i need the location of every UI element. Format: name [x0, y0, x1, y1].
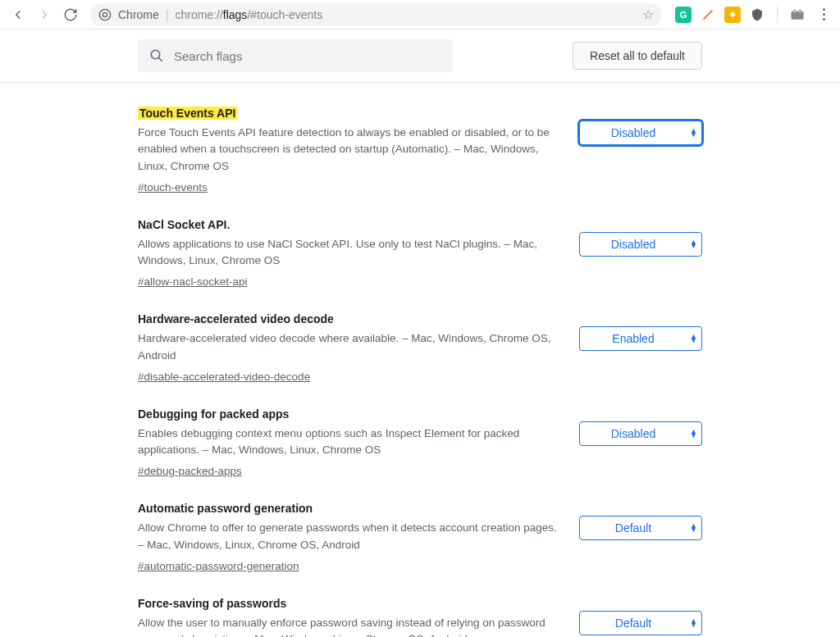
- extension-icon[interactable]: ❖: [724, 7, 741, 23]
- flag-select[interactable]: DefaultEnabledDisabled: [579, 421, 702, 446]
- svg-line-6: [158, 57, 162, 61]
- forward-button[interactable]: [33, 3, 56, 26]
- flag-title: Automatic password generation: [138, 502, 313, 515]
- svg-rect-4: [799, 9, 801, 12]
- bookmark-star-icon[interactable]: ☆: [642, 7, 654, 22]
- flag-anchor-link[interactable]: #disable-accelerated-video-decode: [138, 371, 310, 383]
- flag-anchor-link[interactable]: #automatic-password-generation: [138, 560, 299, 572]
- search-input[interactable]: [174, 49, 441, 63]
- flag-select[interactable]: DefaultEnabledDisabled: [579, 121, 702, 145]
- svg-point-0: [99, 9, 110, 20]
- flags-header: Reset all to default: [0, 30, 840, 83]
- url-text: chrome://flags/#touch-events: [175, 8, 322, 21]
- flag-title: Hardware-accelerated video decode: [138, 312, 334, 325]
- flag-title: Force-saving of passwords: [138, 597, 286, 610]
- flag-select[interactable]: DefaultEnabledDisabled: [579, 326, 702, 351]
- extension-icon[interactable]: [700, 7, 716, 23]
- reset-all-button[interactable]: Reset all to default: [573, 42, 702, 70]
- flag-select-wrap: DefaultEnabledDisabled▲▼: [579, 312, 702, 351]
- browser-toolbar: Chrome | chrome://flags/#touch-events ☆ …: [0, 0, 840, 30]
- flag-text: Automatic password generationAllow Chrom…: [138, 501, 559, 573]
- divider: [777, 7, 778, 23]
- extension-icon[interactable]: G: [675, 7, 692, 23]
- flag-text: Debugging for packed appsEnables debuggi…: [138, 407, 559, 479]
- flag-description: Enables debugging context menu options s…: [138, 425, 559, 459]
- separator: |: [166, 8, 169, 21]
- back-button[interactable]: [7, 3, 30, 26]
- flag-row: Hardware-accelerated video decodeHardwar…: [138, 289, 702, 384]
- flag-row: Touch Events APIForce Touch Events API f…: [138, 83, 702, 194]
- flag-select[interactable]: DefaultEnabledDisabled: [579, 611, 702, 635]
- flag-select[interactable]: DefaultEnabledDisabled: [579, 516, 702, 540]
- flag-select-wrap: DefaultEnabledDisabled▲▼: [579, 596, 702, 635]
- browser-label: Chrome: [118, 8, 159, 21]
- page: Reset all to default Touch Events APIFor…: [0, 30, 840, 637]
- chrome-icon: [98, 8, 112, 21]
- address-bar[interactable]: Chrome | chrome://flags/#touch-events ☆: [90, 3, 662, 26]
- flag-text: Hardware-accelerated video decodeHardwar…: [138, 312, 559, 384]
- flag-select-wrap: DefaultEnabledDisabled▲▼: [579, 501, 702, 540]
- flag-title: Touch Events API: [138, 107, 237, 120]
- menu-button[interactable]: [814, 5, 833, 24]
- svg-rect-3: [793, 9, 796, 12]
- svg-point-1: [103, 12, 107, 16]
- flag-row: Force-saving of passwordsAllow the user …: [138, 573, 702, 637]
- flag-select-wrap: DefaultEnabledDisabled▲▼: [579, 407, 702, 446]
- flag-row: Automatic password generationAllow Chrom…: [138, 478, 702, 573]
- flag-title: NaCl Socket API.: [138, 218, 230, 231]
- flag-text: NaCl Socket API.Allows applications to u…: [138, 217, 559, 289]
- flag-description: Force Touch Events API feature detection…: [138, 125, 559, 175]
- extension-icon[interactable]: [749, 7, 765, 23]
- flag-select-wrap: DefaultEnabledDisabled▲▼: [579, 106, 702, 145]
- flag-description: Allow the user to manually enforce passw…: [138, 615, 559, 637]
- flag-anchor-link[interactable]: #touch-events: [138, 181, 208, 193]
- flag-text: Touch Events APIForce Touch Events API f…: [138, 106, 559, 194]
- extension-icon[interactable]: [789, 7, 806, 23]
- flag-row: Debugging for packed appsEnables debuggi…: [138, 384, 702, 479]
- flag-anchor-link[interactable]: #allow-nacl-socket-api: [138, 275, 248, 288]
- flags-list: Touch Events APIForce Touch Events API f…: [0, 83, 840, 637]
- flag-anchor-link[interactable]: #debug-packed-apps: [138, 465, 242, 477]
- search-flags-box[interactable]: [138, 39, 453, 72]
- flag-description: Allows applications to use NaCl Socket A…: [138, 236, 559, 270]
- reload-button[interactable]: [59, 3, 82, 26]
- flag-select[interactable]: DefaultEnabledDisabled: [579, 232, 702, 257]
- flag-row: NaCl Socket API.Allows applications to u…: [138, 194, 702, 289]
- search-icon: [149, 48, 164, 63]
- svg-rect-2: [792, 11, 804, 19]
- flag-select-wrap: DefaultEnabledDisabled▲▼: [579, 217, 702, 257]
- flag-text: Force-saving of passwordsAllow the user …: [138, 596, 559, 637]
- flag-title: Debugging for packed apps: [138, 407, 289, 421]
- flag-description: Hardware-accelerated video decode where …: [138, 330, 559, 364]
- svg-point-5: [151, 50, 160, 59]
- flag-description: Allow Chrome to offer to generate passwo…: [138, 520, 559, 553]
- extension-icons: G ❖: [670, 7, 810, 23]
